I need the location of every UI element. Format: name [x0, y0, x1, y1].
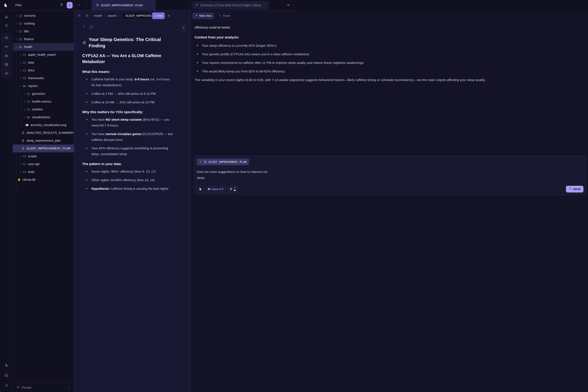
chat-count-badge[interactable]: 1 Chat — [152, 12, 165, 19]
close-panel-icon[interactable] — [287, 3, 290, 7]
chevron-right-icon[interactable] — [23, 100, 26, 103]
tree-item-apple-health-export[interactable]: apple_health_export — [13, 51, 74, 59]
breadcrumb-health[interactable]: health — [94, 14, 102, 18]
chevron-right-icon[interactable] — [15, 14, 18, 17]
rail-tools-group — [2, 33, 11, 78]
message-input[interactable]: Give me more suggestions on how to impro… — [197, 169, 273, 181]
chevron-right-icon[interactable] — [19, 77, 22, 80]
markdown-icon[interactable]: M↓ — [90, 25, 94, 29]
tree-item-ancestry-visualization-png[interactable]: ancestry_visualization.png — [13, 121, 74, 129]
chev-right-icon — [15, 14, 18, 17]
tree-item-data[interactable]: data — [13, 59, 74, 66]
hamburger-icon — [78, 14, 81, 17]
tree-item-sleep-improvement-plan[interactable]: sleep_improvement_plan — [13, 137, 74, 144]
chev-right-icon — [118, 14, 121, 17]
chev-down-icon — [23, 116, 26, 118]
tree-item-sync-api[interactable]: sync-api — [13, 160, 74, 168]
remove-context-icon[interactable] — [199, 160, 202, 164]
nav-back-button[interactable] — [78, 3, 81, 7]
trash-button[interactable] — [60, 3, 64, 7]
infinity-icon — [4, 45, 8, 49]
reasoning-effort-button[interactable] — [227, 186, 238, 192]
doc-icon — [204, 160, 207, 164]
menu-icon[interactable] — [78, 14, 81, 18]
chevron-right-icon[interactable] — [15, 22, 18, 25]
tree-item-scripts[interactable]: scripts — [13, 152, 74, 160]
folder-icon — [19, 22, 22, 25]
tree-item-genomics[interactable]: genomics — [13, 90, 74, 98]
chevron-right-icon[interactable] — [23, 93, 26, 95]
chat-title[interactable]: Summary of Your Most Recent Night’s Slee… — [192, 2, 269, 9]
rail-binoculars-button[interactable] — [2, 51, 11, 60]
chevron-down-icon[interactable] — [23, 116, 26, 118]
folder-icon — [23, 76, 26, 80]
chevron-right-icon[interactable] — [15, 38, 18, 40]
rail-search-button[interactable] — [0, 21, 13, 30]
chat-composer[interactable]: SLEEP_IMPROVEMENT_PLAN Give me more sugg… — [194, 156, 294, 195]
close-icon[interactable] — [167, 14, 170, 17]
pegasus-logo-icon[interactable]: ♞ — [3, 2, 8, 8]
context-file-chip[interactable]: SLEEP_IMPROVEMENT_PLAN — [197, 158, 249, 165]
tree-item-visualizations[interactable]: visualizations — [13, 113, 74, 121]
nav-forward-button[interactable] — [84, 3, 88, 7]
document-area[interactable]: M↓ Your Sleep Genetics: The Critical Fin… — [74, 21, 190, 196]
folder-icon — [19, 30, 22, 33]
tree-item-reports[interactable]: reports — [13, 82, 74, 90]
effort-level-indicator — [234, 187, 236, 191]
chevron-right-icon[interactable] — [19, 62, 22, 64]
new-file-button[interactable] — [67, 2, 72, 8]
tree-item-concerts[interactable]: concerts — [13, 12, 74, 20]
pegasus-agent-button[interactable]: ♞ — [197, 186, 204, 192]
brain-icon — [229, 187, 232, 191]
rail-chat-button[interactable] — [2, 34, 11, 42]
breadcrumb-home-icon[interactable] — [86, 14, 89, 18]
tree-item-docs[interactable]: docs — [13, 66, 74, 74]
close-icon — [199, 160, 202, 163]
tree-item-analysis-results-summary[interactable]: ANALYSIS_RESULTS_SUMMARY — [13, 129, 74, 137]
rail-gear-button[interactable] — [2, 69, 11, 78]
plus-icon — [68, 4, 71, 7]
chevron-right-icon[interactable] — [19, 163, 22, 166]
doc-icon — [22, 147, 25, 150]
rail-infinity-button[interactable] — [2, 42, 11, 51]
divider — [190, 0, 190, 10]
tree-item-dbs[interactable]: dbs — [13, 28, 74, 35]
server-icon — [4, 62, 8, 66]
folder-icon — [23, 61, 26, 64]
breadcrumb-current[interactable]: SLEEP_IMPROVEMENT_PLAN — [123, 12, 151, 19]
share-button[interactable]: Share — [216, 12, 233, 19]
tree-item-frameworks[interactable]: frameworks — [13, 74, 74, 82]
trash-icon — [60, 3, 64, 6]
image-icon — [26, 124, 29, 127]
new-chat-button[interactable]: New chat — [192, 12, 214, 19]
document-tab[interactable]: SLEEP_IMPROVEMENT_PLAN — [92, 0, 156, 10]
tree-item-health-metrics[interactable]: health-metrics — [13, 98, 74, 106]
tree-item-tools[interactable]: tools — [13, 168, 74, 176]
chevron-right-icon[interactable] — [19, 69, 22, 72]
tree-item-health[interactable]: health — [13, 43, 74, 51]
breadcrumb-reports[interactable]: reports — [108, 14, 117, 18]
model-name: Opus 4.5 — [212, 188, 224, 191]
add-block-button[interactable] — [181, 23, 186, 32]
chevron-right-icon[interactable] — [19, 155, 22, 158]
rail-home-button[interactable] — [0, 12, 13, 21]
tree-item-cooking[interactable]: cooking — [13, 20, 74, 28]
model-selector-button[interactable]: A\ Opus 4.5 — [205, 186, 226, 192]
close-icon — [287, 3, 290, 7]
document-icon — [204, 160, 207, 164]
chat-bullet: Your reports recommend no caffeine after… — [194, 60, 294, 66]
rail-server-button[interactable] — [2, 60, 11, 69]
doc-bullet: Coffee at 10 AM → 25% still active at 10… — [82, 100, 174, 105]
chevron-right-icon[interactable] — [19, 171, 22, 173]
chevron-right-icon[interactable] — [19, 54, 22, 56]
text-format-icon[interactable] — [82, 25, 86, 29]
chevron-right-icon[interactable] — [15, 30, 18, 32]
tree-item-finance[interactable]: finance — [13, 35, 74, 43]
chevron-right-icon[interactable] — [23, 108, 26, 111]
tree-item-label: frameworks — [28, 76, 44, 80]
chevron-down-icon[interactable] — [15, 46, 18, 48]
tree-item-sleep-improvement-plan[interactable]: SLEEP_IMPROVEMENT_PLAN — [13, 144, 74, 152]
chevron-down-icon[interactable] — [19, 85, 22, 87]
tree-item-nutrition[interactable]: nutrition — [13, 106, 74, 113]
tree-item-clinvar-db[interactable]: clinvar.db — [13, 176, 74, 184]
